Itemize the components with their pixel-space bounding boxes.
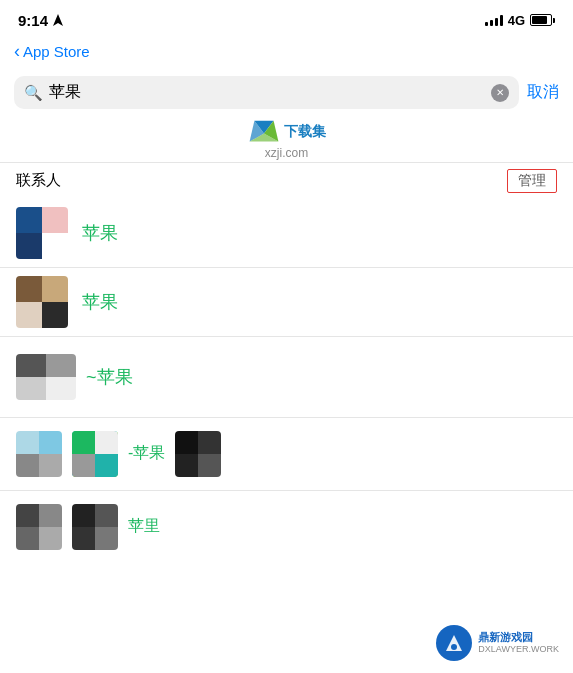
contact-name: 苹果 (82, 290, 118, 314)
manage-button[interactable]: 管理 (507, 169, 557, 193)
avatar (72, 504, 118, 550)
contact-name: 苹果 (82, 221, 118, 245)
xzji-logo (248, 119, 280, 145)
avatar (16, 354, 76, 400)
bottom-watermark: 鼎新游戏园 DXLAWYER.WORK (436, 625, 559, 661)
avatar (175, 431, 221, 477)
contact-name: 苹里 (128, 516, 160, 537)
network-label: 4G (508, 13, 525, 28)
contact-item[interactable]: ~苹果 (0, 337, 573, 417)
watermark-text-blue: 下载集 (284, 122, 326, 142)
contact-item-multi[interactable]: -苹果 (0, 418, 573, 490)
avatar (16, 431, 62, 477)
avatar (16, 276, 68, 328)
status-time: 9:14 (18, 12, 63, 29)
back-button[interactable]: ‹ App Store (14, 41, 90, 62)
search-icon: 🔍 (24, 84, 43, 102)
status-icons: 4G (485, 13, 555, 28)
search-input-container[interactable]: 🔍 苹果 (14, 76, 519, 109)
watermark-url: xzji.com (0, 145, 573, 162)
avatar (16, 504, 62, 550)
cancel-button[interactable]: 取消 (527, 82, 559, 103)
watermark-logo-line: 下载集 (0, 119, 573, 145)
chevron-left-icon: ‹ (14, 41, 20, 62)
search-query[interactable]: 苹果 (49, 82, 485, 103)
search-bar: 🔍 苹果 取消 (0, 70, 573, 115)
contact-name: ~苹果 (86, 365, 133, 389)
avatar (16, 207, 68, 259)
section-header: 联系人 管理 (0, 162, 573, 199)
contact-item[interactable]: 苹里 (0, 491, 573, 563)
battery-icon (530, 14, 555, 26)
section-label: 联系人 (16, 171, 61, 190)
nav-bar: ‹ App Store (0, 36, 573, 70)
nav-back-label: App Store (23, 43, 90, 60)
signal-bars (485, 14, 503, 26)
bw-title: 鼎新游戏园 (478, 631, 559, 644)
contact-item[interactable]: 苹果 (0, 268, 573, 336)
dxgames-logo (436, 625, 472, 661)
watermark: 下载集 xzji.com (0, 115, 573, 162)
location-icon (53, 14, 63, 26)
avatar (72, 431, 118, 477)
status-bar: 9:14 4G (0, 0, 573, 36)
contact-item[interactable]: 苹果 (0, 199, 573, 267)
contact-name: -苹果 (128, 443, 165, 464)
bottom-watermark-text: 鼎新游戏园 DXLAWYER.WORK (478, 631, 559, 655)
bw-subtitle: DXLAWYER.WORK (478, 644, 559, 655)
svg-point-4 (451, 644, 457, 650)
clear-button[interactable] (491, 84, 509, 102)
